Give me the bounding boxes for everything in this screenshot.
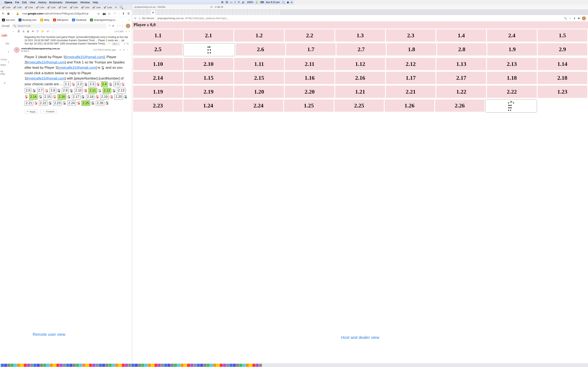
airplay-icon[interactable]: ▭	[230, 1, 232, 4]
input-icon[interactable]: ⌨	[260, 1, 264, 4]
next-icon[interactable]: ›	[129, 30, 130, 33]
card-button[interactable]: 2.7	[37, 88, 44, 93]
grid-cell[interactable]: 1.7	[286, 43, 294, 55]
reply-icon[interactable]: ↩	[123, 49, 125, 51]
camera-icon[interactable]: 📷	[103, 12, 106, 15]
archive-icon[interactable]: 🗄	[17, 30, 20, 33]
bookmark-item[interactable]: ●Booking.com	[18, 18, 36, 21]
prev-icon[interactable]: ‹	[126, 30, 127, 33]
support-icon[interactable]: ?	[109, 25, 110, 27]
bluetooth-icon[interactable]: ᛒ	[234, 1, 236, 4]
forward-button[interactable]: → Forward	[40, 109, 57, 114]
chrome-tab[interactable]	[251, 10, 255, 15]
menu-file[interactable]: File	[15, 1, 19, 4]
move-icon[interactable]: 📁	[41, 30, 44, 33]
menu-icon[interactable]: ≡	[291, 1, 292, 4]
siri-icon[interactable]: ◉	[287, 1, 289, 4]
grid-cell[interactable]: 1.15	[184, 72, 233, 84]
labels-icon[interactable]: 🏷	[47, 30, 49, 33]
unread-icon[interactable]: ✉	[32, 30, 34, 33]
card-button[interactable]: 2.22	[39, 100, 47, 106]
email-link[interactable]: rmetcalfe15@gmail.com	[27, 60, 65, 64]
grid-cell[interactable]: 2.2	[285, 29, 294, 42]
chrome-tab[interactable]	[259, 10, 262, 15]
download-icon[interactable]: ⬇	[122, 12, 125, 15]
menu-app[interactable]: Opera	[4, 1, 12, 4]
chrome-tab[interactable]	[192, 10, 196, 15]
chrome-tab[interactable]	[178, 10, 181, 15]
card-button[interactable]: 2.8	[49, 88, 56, 93]
card-button[interactable]: 2.1	[64, 82, 70, 87]
chrome-tab[interactable]	[236, 10, 240, 15]
search-in-page-icon[interactable]: ⊙	[97, 12, 100, 15]
chrome-tab[interactable]	[159, 10, 163, 15]
grid-cell[interactable]: 1.16	[285, 72, 294, 84]
card-button[interactable]: 2.2	[76, 82, 83, 87]
settings-icon[interactable]: ⚙	[112, 25, 114, 27]
browser-tab[interactable]: 🚀Liste	[35, 6, 45, 9]
card-button[interactable]: 2.17	[72, 94, 80, 100]
chrome-tab[interactable]: ×	[151, 10, 156, 15]
chrome-tab[interactable]	[269, 10, 273, 15]
card-button[interactable]: 2.15	[43, 94, 52, 100]
reply-button[interactable]: ↩ Reply	[25, 109, 38, 114]
speed-dial-icon[interactable]: ▦	[7, 12, 9, 15]
chrome-tab[interactable]	[174, 10, 178, 15]
grid-cell[interactable]: 2.19	[184, 86, 233, 98]
inbox-tag[interactable]: Inbox ×	[112, 42, 120, 45]
chrome-tab[interactable]	[244, 10, 247, 15]
email-link[interactable]: rmetcalfe15@gmail.com	[27, 76, 65, 80]
card-button[interactable]: 2.5	[113, 82, 120, 87]
chrome-tab[interactable]	[156, 10, 159, 15]
grid-cell[interactable]: 1.10	[133, 58, 183, 70]
grid-cell[interactable]: 1.2	[234, 29, 284, 42]
card-button[interactable]: 2.3	[89, 82, 95, 87]
chrome-tab[interactable]	[218, 10, 222, 15]
browser-tab[interactable]: 🚀Liste	[80, 6, 91, 9]
card-button[interactable]: 2.16	[58, 94, 66, 100]
send-icon[interactable]: ▷	[109, 12, 111, 15]
side-add[interactable]: +	[0, 81, 10, 85]
back-icon[interactable]: ←	[13, 30, 15, 33]
chrome-tab[interactable]	[140, 10, 143, 15]
menu-developer[interactable]: Developer	[65, 1, 77, 4]
card-button[interactable]: 2.10	[74, 88, 83, 93]
chrome-tab[interactable]	[229, 10, 233, 15]
email-link[interactable]: rmetcalfe15@gmail.com	[66, 55, 104, 59]
grid-cell[interactable]: 2.10	[184, 58, 233, 70]
reload-icon[interactable]: ↻	[134, 17, 136, 20]
chrome-tab[interactable]	[189, 10, 192, 15]
expand-icon[interactable]: ▾	[27, 50, 29, 52]
menu-edit[interactable]: Edit	[22, 1, 27, 4]
chrome-tab[interactable]	[207, 10, 211, 15]
tab-search-icon[interactable]: 🔍	[120, 6, 123, 9]
chrome-tab[interactable]	[170, 10, 174, 15]
card-button[interactable]: 2.9	[62, 88, 68, 93]
chrome-tab[interactable]	[181, 10, 185, 15]
heart-icon[interactable]: ♡	[113, 12, 116, 15]
chrome-tab[interactable]	[277, 10, 281, 15]
volume-icon[interactable]: 🔊	[242, 1, 245, 4]
grid-cell[interactable]: 1.1	[133, 29, 183, 42]
chrome-tab[interactable]	[222, 10, 225, 15]
card-button[interactable]: 2.13	[117, 88, 125, 93]
card-button[interactable]: 2.12	[103, 88, 111, 93]
bookmark-item[interactable]: ●zon.com	[2, 18, 15, 21]
browser-tab[interactable]: 🚀Liste	[46, 6, 57, 9]
new-tab-button[interactable]: +	[114, 5, 118, 9]
chrome-tab[interactable]	[247, 10, 251, 15]
spotlight-icon[interactable]: 🔍	[282, 1, 285, 4]
card-button[interactable]: 2.23	[53, 100, 61, 106]
reload-icon[interactable]: ↻	[2, 12, 4, 15]
menu-window[interactable]: Window	[80, 1, 90, 4]
grid-cell[interactable]: 1.20	[234, 86, 284, 98]
chrome-tab[interactable]	[136, 10, 140, 15]
chrome-tab[interactable]	[147, 10, 151, 15]
chrome-tab[interactable]	[262, 10, 266, 15]
avatar[interactable]	[126, 24, 130, 28]
apps-icon[interactable]: ⋮⋮⋮	[116, 25, 124, 27]
spam-icon[interactable]: ⊘	[22, 30, 25, 33]
grid-cell[interactable]: 1.25	[284, 100, 294, 112]
browser-tab[interactable]: 🚀Liste	[69, 6, 79, 9]
lock-icon[interactable]: 🔒	[16, 12, 19, 15]
